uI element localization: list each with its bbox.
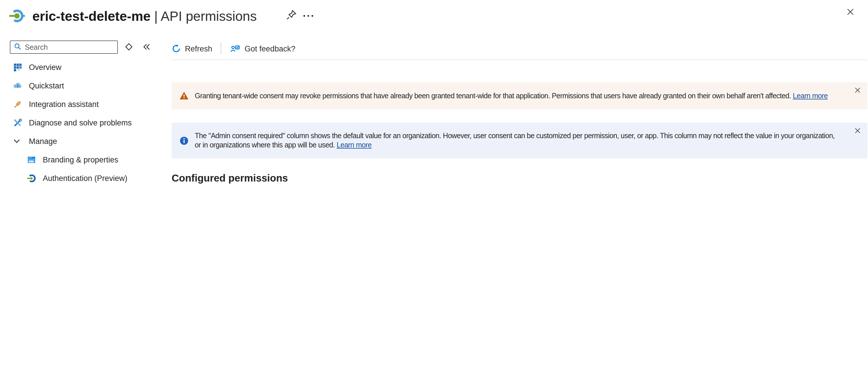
refresh-label: Refresh — [185, 44, 212, 53]
rocket-icon — [13, 99, 23, 109]
warning-banner-text: Granting tenant-wide consent may revoke … — [195, 91, 828, 100]
sidebar-item-authentication[interactable]: Authentication (Preview) — [0, 169, 162, 185]
api-permissions-app-icon — [9, 8, 25, 24]
sidebar-item-integration-assistant[interactable]: Integration assistant — [0, 95, 162, 113]
sidebar-nav: Overview Quickstart — [0, 58, 162, 185]
command-bar: Refresh Got feedback? — [172, 42, 295, 55]
pin-icon[interactable] — [285, 9, 298, 21]
warning-banner: Granting tenant-wide consent may revoke … — [172, 82, 867, 109]
info-icon — [179, 135, 189, 145]
warning-close-icon[interactable] — [854, 87, 861, 94]
warning-text: Granting tenant-wide consent may revoke … — [195, 92, 791, 100]
sidebar-search — [10, 40, 118, 54]
feedback-button[interactable]: Got feedback? — [230, 44, 296, 53]
refresh-button[interactable]: Refresh — [172, 44, 212, 53]
api-permissions-blade: eric-test-delete-me | API permissions — [0, 0, 868, 185]
browser-www-icon — [27, 155, 36, 164]
feedback-icon — [230, 44, 241, 53]
sidebar-item-quickstart[interactable]: Quickstart — [0, 76, 162, 95]
more-options-icon[interactable] — [301, 13, 315, 19]
sidebar-item-label: Diagnose and solve problems — [29, 118, 132, 127]
sidebar-item-label: Quickstart — [29, 81, 64, 90]
app-name: eric-test-delete-me — [32, 9, 151, 24]
quickstart-icon — [13, 81, 23, 90]
section-title: Configured permissions — [172, 172, 288, 184]
page-title: eric-test-delete-me | API permissions — [32, 7, 256, 25]
info-learn-more-link[interactable]: Learn more — [337, 141, 372, 149]
toolbar-bottom-divider — [171, 60, 867, 60]
sidebar-item-label: Authentication (Preview) — [43, 174, 127, 182]
info-text-line1: The "Admin consent required" column show… — [195, 132, 835, 140]
refresh-icon — [172, 44, 181, 53]
info-banner: The "Admin consent required" column show… — [172, 123, 867, 158]
chevron-down-icon — [13, 137, 21, 145]
authentication-icon — [27, 173, 36, 183]
search-input[interactable] — [10, 40, 118, 54]
sidebar-item-overview[interactable]: Overview — [0, 58, 162, 76]
sidebar-item-label: Integration assistant — [29, 100, 99, 109]
info-text-line2: or in organizations where this app will … — [195, 141, 335, 149]
tools-icon — [13, 118, 23, 127]
close-blade-icon[interactable] — [846, 7, 855, 16]
warning-learn-more-link[interactable]: Learn more — [793, 92, 828, 100]
warning-triangle-icon — [179, 91, 189, 101]
feedback-label: Got feedback? — [245, 44, 296, 53]
sidebar-group-label: Manage — [29, 137, 57, 145]
sidebar: Overview Quickstart — [0, 32, 162, 185]
info-banner-text: The "Admin consent required" column show… — [195, 131, 835, 150]
sidebar-item-branding-properties[interactable]: Branding & properties — [0, 150, 162, 169]
info-close-icon[interactable] — [854, 127, 861, 134]
blade-name: API permissions — [161, 9, 256, 24]
sidebar-item-label: Overview — [29, 63, 62, 71]
overview-icon — [13, 62, 23, 72]
collapse-menu-icon[interactable] — [142, 42, 151, 52]
expand-collapse-diamond-icon[interactable] — [124, 42, 133, 52]
sidebar-item-label: Branding & properties — [43, 155, 118, 164]
sidebar-item-diagnose[interactable]: Diagnose and solve problems — [0, 113, 162, 132]
sidebar-group-manage[interactable]: Manage — [0, 132, 162, 150]
title-separator: | — [151, 9, 161, 24]
toolbar-divider — [221, 43, 222, 54]
